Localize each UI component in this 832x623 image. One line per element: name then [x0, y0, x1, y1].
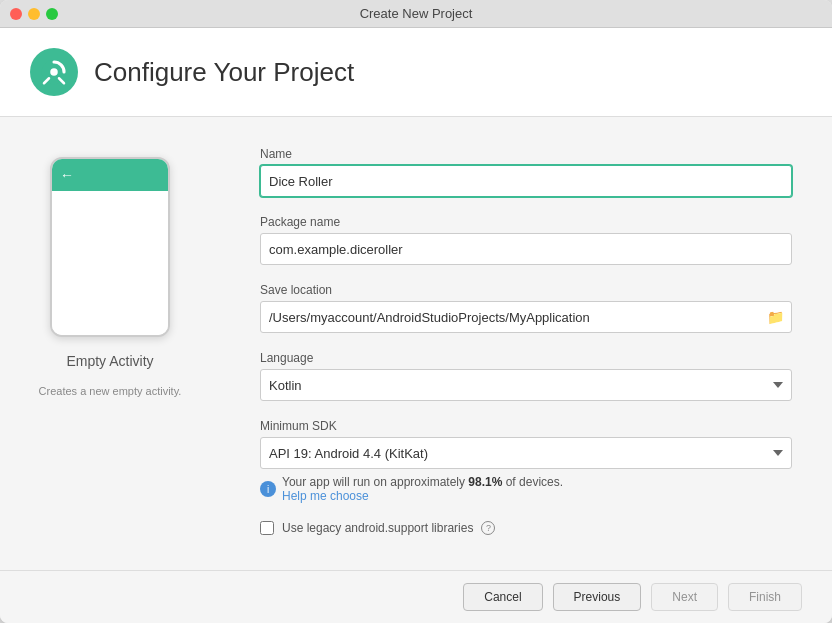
language-select[interactable]: Kotlin Java: [260, 369, 792, 401]
folder-icon[interactable]: 📁: [767, 309, 784, 325]
left-panel: ← Empty Activity Creates a new empty act…: [0, 117, 220, 570]
location-field-group: Save location 📁: [260, 283, 792, 333]
sdk-info-text: Your app will run on approximately 98.1%…: [282, 475, 563, 503]
legacy-checkbox-label: Use legacy android.support libraries: [282, 521, 473, 535]
right-panel: Name Package name Save location 📁 Langua…: [220, 117, 832, 570]
help-me-choose-link[interactable]: Help me choose: [282, 489, 369, 503]
phone-screen: [52, 191, 168, 335]
phone-preview: ←: [50, 157, 170, 337]
window: Create New Project Configure Your Projec…: [0, 0, 832, 623]
package-input[interactable]: [260, 233, 792, 265]
page-title: Configure Your Project: [94, 57, 354, 88]
traffic-lights: [10, 8, 58, 20]
sdk-select[interactable]: API 19: Android 4.4 (KitKat) API 21: And…: [260, 437, 792, 469]
help-circle-icon[interactable]: ?: [481, 521, 495, 535]
language-field-group: Language Kotlin Java: [260, 351, 792, 401]
legacy-checkbox-row: Use legacy android.support libraries ?: [260, 521, 792, 535]
maximize-window-button[interactable]: [46, 8, 58, 20]
title-bar: Create New Project: [0, 0, 832, 28]
sdk-field-group: Minimum SDK API 19: Android 4.4 (KitKat)…: [260, 419, 792, 469]
sdk-info: i Your app will run on approximately 98.…: [260, 475, 792, 503]
location-input[interactable]: [260, 301, 792, 333]
sdk-label: Minimum SDK: [260, 419, 792, 433]
name-label: Name: [260, 147, 792, 161]
activity-description: Creates a new empty activity.: [39, 385, 182, 397]
sdk-group: Minimum SDK API 19: Android 4.4 (KitKat)…: [260, 419, 792, 503]
back-arrow-icon: ←: [60, 167, 74, 183]
cancel-button[interactable]: Cancel: [463, 583, 542, 611]
close-window-button[interactable]: [10, 8, 22, 20]
location-label: Save location: [260, 283, 792, 297]
info-icon: i: [260, 481, 276, 497]
page-header: Configure Your Project: [0, 28, 832, 117]
content-area: ← Empty Activity Creates a new empty act…: [0, 117, 832, 570]
name-input[interactable]: [260, 165, 792, 197]
package-label: Package name: [260, 215, 792, 229]
footer: Cancel Previous Next Finish: [0, 570, 832, 623]
language-label: Language: [260, 351, 792, 365]
window-title: Create New Project: [360, 6, 473, 21]
next-button[interactable]: Next: [651, 583, 718, 611]
finish-button[interactable]: Finish: [728, 583, 802, 611]
legacy-checkbox[interactable]: [260, 521, 274, 535]
location-input-wrapper: 📁: [260, 301, 792, 333]
svg-point-1: [50, 68, 58, 76]
phone-status-bar: ←: [52, 159, 168, 191]
coverage-value: 98.1%: [468, 475, 502, 489]
activity-label: Empty Activity: [66, 353, 153, 369]
minimize-window-button[interactable]: [28, 8, 40, 20]
android-studio-icon: [30, 48, 78, 96]
name-field-group: Name: [260, 147, 792, 197]
package-field-group: Package name: [260, 215, 792, 265]
previous-button[interactable]: Previous: [553, 583, 642, 611]
